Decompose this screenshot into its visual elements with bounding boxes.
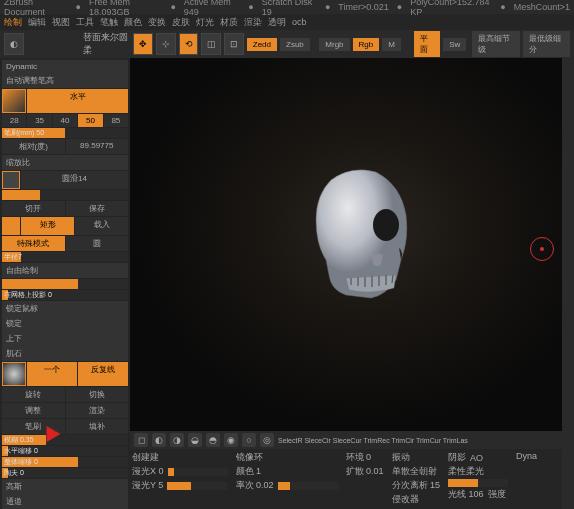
bt-7[interactable]: ○: [242, 433, 256, 447]
bt-4[interactable]: ◒: [188, 433, 202, 447]
menu-color[interactable]: 颜色: [124, 16, 142, 29]
menu-stroke[interactable]: 笔触: [100, 16, 118, 29]
menu-view[interactable]: 视图: [52, 16, 70, 29]
freehand-slider[interactable]: [2, 279, 128, 289]
horizontal-button[interactable]: 水平: [27, 89, 128, 113]
texture-thumb[interactable]: [2, 362, 26, 386]
special-mode[interactable]: 特殊模式: [2, 236, 65, 251]
render-label: 渲染: [66, 403, 129, 418]
roughness[interactable]: 圆滑14: [21, 171, 128, 189]
bottom-panel: 创建建 漫光X 0 漫光Y 5 镜像环 颜色 1 率次 0.02 环境 0 扩散…: [130, 449, 562, 509]
menu-material[interactable]: 材质: [220, 16, 238, 29]
lightx-slider[interactable]: [168, 468, 228, 476]
dist-slider[interactable]: [448, 479, 508, 487]
blur-slider[interactable]: 模糊 0.35: [2, 435, 128, 445]
canvas[interactable]: [130, 58, 562, 431]
frame-icon[interactable]: ⊡: [224, 33, 244, 55]
scale-slider[interactable]: 笔刷(mm) 50: [2, 128, 128, 138]
angle-value[interactable]: 89.59775: [66, 139, 129, 154]
move-icon[interactable]: ✥: [133, 33, 153, 55]
skull-model[interactable]: [301, 160, 431, 310]
rate-slider[interactable]: [278, 482, 338, 490]
status-timer: Timer>0.021: [338, 2, 388, 12]
right-toolbar[interactable]: [562, 58, 574, 509]
mirror-label: 镜像环: [236, 451, 263, 464]
rotate-icon[interactable]: ⟲: [179, 33, 199, 55]
create-label: 创建建: [132, 451, 159, 464]
mindetail-button[interactable]: 最低级细分: [523, 31, 570, 57]
menu-skin[interactable]: 皮肤: [172, 16, 190, 29]
lazyradius-label: 锁定: [2, 316, 128, 331]
ceramic-slider[interactable]: 陶夫 0: [2, 468, 128, 478]
maxdetail-button[interactable]: 最高细节级: [472, 31, 519, 57]
menu-edit[interactable]: 编辑: [28, 16, 46, 29]
sw-button[interactable]: Sw: [443, 38, 466, 51]
rotate-label: 旋转: [2, 387, 65, 402]
bt-5[interactable]: ◓: [206, 433, 220, 447]
angle-label: 相对(度): [2, 139, 65, 154]
num-50[interactable]: 50: [78, 114, 102, 127]
menu-draw[interactable]: 绘制: [4, 16, 22, 29]
zsub-button[interactable]: Zsub: [280, 38, 310, 51]
autoadj-header[interactable]: 自动调整笔高: [2, 73, 128, 88]
vibr-label: 振动: [392, 451, 410, 464]
num-40[interactable]: 40: [53, 114, 77, 127]
menu-tool[interactable]: 工具: [76, 16, 94, 29]
num-85[interactable]: 85: [104, 114, 128, 127]
num-28[interactable]: 28: [2, 114, 26, 127]
menu-transform[interactable]: 变换: [148, 16, 166, 29]
strength-label: 强度: [488, 488, 506, 501]
bt-1[interactable]: ◻: [134, 433, 148, 447]
m-button[interactable]: M: [382, 38, 401, 51]
menu-light[interactable]: 灯光: [196, 16, 214, 29]
num-35[interactable]: 35: [27, 114, 51, 127]
circle-button[interactable]: 圆: [66, 236, 129, 251]
lighty-label: 漫光Y 5: [132, 479, 163, 492]
status-meshcount: MeshCount>1: [514, 2, 570, 12]
repeat-button[interactable]: 反复线: [78, 362, 128, 386]
bt-8[interactable]: ◎: [260, 433, 274, 447]
mrgb-button[interactable]: Mrgb: [319, 38, 349, 51]
gizmo-icon[interactable]: ◫: [201, 33, 221, 55]
lazymouse-header[interactable]: 锁定鼠标: [2, 301, 128, 316]
color-label: 颜色 1: [236, 465, 262, 478]
alt-label: 切开: [2, 201, 65, 216]
menu-transparent[interactable]: 透明: [268, 16, 286, 29]
menu-ocb[interactable]: ocb: [292, 17, 307, 27]
svg-point-0: [373, 209, 399, 241]
gshift-slider[interactable]: 整体缩移 0: [2, 457, 128, 467]
rgb-button[interactable]: Rgb: [353, 38, 380, 51]
rect-button[interactable]: 矩形: [21, 217, 74, 235]
roughness-slider[interactable]: [2, 190, 128, 200]
lighty-slider[interactable]: [167, 482, 227, 490]
dynamic-header[interactable]: Dynamic: [2, 60, 128, 73]
radius-slider[interactable]: 半径7: [2, 252, 128, 262]
status-activemem: Active Mem 949: [184, 0, 240, 17]
scale-icon[interactable]: ⊹: [156, 33, 176, 55]
status-doc: ZBrush Document: [4, 0, 67, 17]
ao-label: AO: [470, 453, 483, 463]
tool-icon-1[interactable]: ◐: [4, 33, 24, 55]
ongrid-slider[interactable]: 在网格上投影 0: [2, 290, 128, 300]
save-button[interactable]: 保存: [66, 201, 129, 216]
bt-2[interactable]: ◐: [152, 433, 166, 447]
channel-header[interactable]: 通道: [2, 494, 128, 509]
load-button[interactable]: 载入: [75, 217, 128, 235]
status-scratch: Scratch Disk 19: [262, 0, 317, 17]
hshift-slider[interactable]: 水平缩移 0: [2, 446, 128, 456]
brush-thumb[interactable]: [2, 89, 26, 113]
alpha-header[interactable]: 肌石: [2, 346, 128, 361]
flat-button[interactable]: 平面: [414, 31, 440, 57]
alpha-thumb[interactable]: [2, 171, 20, 189]
ray-label: 光线 106: [448, 488, 484, 501]
dist-label: 分次离析 15: [392, 479, 441, 492]
bt-3[interactable]: ◑: [170, 433, 184, 447]
bt-6[interactable]: ◉: [224, 433, 238, 447]
freehand-label: 自由绘制: [2, 263, 128, 278]
menu-render[interactable]: 渲染: [244, 16, 262, 29]
wax-label: 柔性柔光: [448, 465, 484, 478]
zadd-button[interactable]: Zedd: [247, 38, 277, 51]
one-button[interactable]: 一个: [27, 362, 77, 386]
status-freemem: Free Mem 18.093GB: [89, 0, 163, 17]
stroke-thumb[interactable]: [2, 217, 20, 235]
